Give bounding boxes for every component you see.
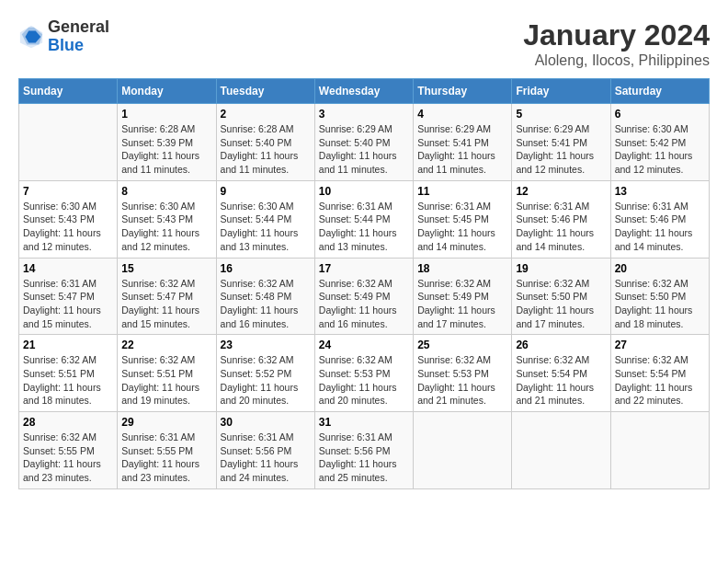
main-title: January 2024	[523, 18, 710, 52]
day-number: 8	[121, 185, 211, 198]
day-info: Sunrise: 6:32 AMSunset: 5:55 PMDaylight:…	[23, 431, 113, 485]
calendar-cell: 29Sunrise: 6:31 AMSunset: 5:55 PMDayligh…	[118, 412, 216, 489]
logo-line1: General	[48, 18, 109, 37]
day-number: 20	[615, 262, 705, 275]
calendar-cell: 19Sunrise: 6:32 AMSunset: 5:50 PMDayligh…	[512, 258, 610, 335]
calendar-cell: 23Sunrise: 6:32 AMSunset: 5:52 PMDayligh…	[216, 335, 314, 412]
calendar-cell: 20Sunrise: 6:32 AMSunset: 5:50 PMDayligh…	[610, 258, 709, 335]
subtitle: Aloleng, Ilocos, Philippines	[523, 52, 710, 69]
header-tuesday: Tuesday	[216, 79, 314, 104]
day-number: 1	[121, 108, 211, 121]
calendar-cell: 26Sunrise: 6:32 AMSunset: 5:54 PMDayligh…	[512, 335, 610, 412]
day-info: Sunrise: 6:32 AMSunset: 5:53 PMDaylight:…	[417, 353, 507, 408]
week-row-2: 7Sunrise: 6:30 AMSunset: 5:43 PMDaylight…	[19, 180, 710, 258]
calendar-cell: 28Sunrise: 6:32 AMSunset: 5:55 PMDayligh…	[19, 412, 118, 489]
day-number: 22	[121, 339, 211, 351]
calendar-cell: 30Sunrise: 6:31 AMSunset: 5:56 PMDayligh…	[216, 412, 314, 489]
week-row-3: 14Sunrise: 6:31 AMSunset: 5:47 PMDayligh…	[19, 258, 710, 335]
day-info: Sunrise: 6:31 AMSunset: 5:45 PMDaylight:…	[417, 200, 507, 254]
day-number: 9	[221, 185, 311, 198]
day-info: Sunrise: 6:30 AMSunset: 5:44 PMDaylight:…	[221, 200, 311, 254]
calendar-cell: 17Sunrise: 6:32 AMSunset: 5:49 PMDayligh…	[314, 258, 413, 335]
calendar-cell: 4Sunrise: 6:29 AMSunset: 5:41 PMDaylight…	[414, 104, 512, 181]
day-number: 5	[516, 108, 606, 121]
day-number: 18	[417, 262, 507, 275]
day-number: 28	[23, 416, 113, 429]
day-info: Sunrise: 6:29 AMSunset: 5:41 PMDaylight:…	[516, 122, 606, 177]
calendar-cell: 15Sunrise: 6:32 AMSunset: 5:47 PMDayligh…	[118, 258, 216, 335]
calendar-cell: 6Sunrise: 6:30 AMSunset: 5:42 PMDaylight…	[610, 104, 709, 181]
day-info: Sunrise: 6:30 AMSunset: 5:43 PMDaylight:…	[23, 200, 113, 254]
calendar-cell: 7Sunrise: 6:30 AMSunset: 5:43 PMDaylight…	[19, 180, 118, 258]
day-number: 19	[516, 262, 606, 275]
day-info: Sunrise: 6:30 AMSunset: 5:42 PMDaylight:…	[615, 122, 705, 177]
calendar-header-row: SundayMondayTuesdayWednesdayThursdayFrid…	[19, 79, 710, 104]
day-info: Sunrise: 6:32 AMSunset: 5:54 PMDaylight:…	[615, 353, 705, 408]
day-number: 7	[23, 185, 113, 198]
calendar-cell	[512, 412, 610, 489]
day-info: Sunrise: 6:31 AMSunset: 5:56 PMDaylight:…	[221, 431, 311, 485]
week-row-4: 21Sunrise: 6:32 AMSunset: 5:51 PMDayligh…	[19, 335, 710, 412]
header-saturday: Saturday	[610, 79, 709, 104]
day-info: Sunrise: 6:31 AMSunset: 5:56 PMDaylight:…	[319, 431, 409, 485]
day-number: 2	[221, 108, 311, 121]
day-number: 16	[221, 262, 311, 275]
day-number: 29	[121, 416, 211, 429]
day-number: 21	[23, 339, 113, 351]
week-row-5: 28Sunrise: 6:32 AMSunset: 5:55 PMDayligh…	[19, 412, 710, 489]
day-info: Sunrise: 6:32 AMSunset: 5:51 PMDaylight:…	[121, 353, 211, 408]
logo-icon	[18, 24, 44, 50]
day-number: 25	[417, 339, 507, 351]
day-number: 23	[221, 339, 311, 351]
day-info: Sunrise: 6:29 AMSunset: 5:41 PMDaylight:…	[417, 122, 507, 177]
day-info: Sunrise: 6:31 AMSunset: 5:47 PMDaylight:…	[23, 277, 113, 331]
calendar-cell: 24Sunrise: 6:32 AMSunset: 5:53 PMDayligh…	[314, 335, 413, 412]
day-info: Sunrise: 6:32 AMSunset: 5:54 PMDaylight:…	[516, 353, 606, 408]
day-number: 15	[121, 262, 211, 275]
day-number: 14	[23, 262, 113, 275]
day-info: Sunrise: 6:32 AMSunset: 5:52 PMDaylight:…	[221, 353, 311, 408]
calendar-cell: 21Sunrise: 6:32 AMSunset: 5:51 PMDayligh…	[19, 335, 118, 412]
day-number: 10	[319, 185, 409, 198]
day-number: 17	[319, 262, 409, 275]
calendar-cell: 12Sunrise: 6:31 AMSunset: 5:46 PMDayligh…	[512, 180, 610, 258]
calendar-cell: 25Sunrise: 6:32 AMSunset: 5:53 PMDayligh…	[414, 335, 512, 412]
calendar-cell: 13Sunrise: 6:31 AMSunset: 5:46 PMDayligh…	[610, 180, 709, 258]
day-info: Sunrise: 6:32 AMSunset: 5:49 PMDaylight:…	[319, 277, 409, 331]
calendar-cell: 11Sunrise: 6:31 AMSunset: 5:45 PMDayligh…	[414, 180, 512, 258]
day-number: 6	[615, 108, 705, 121]
header-thursday: Thursday	[414, 79, 512, 104]
logo-text: General Blue	[48, 18, 109, 55]
calendar-cell: 22Sunrise: 6:32 AMSunset: 5:51 PMDayligh…	[118, 335, 216, 412]
logo-line2: Blue	[48, 37, 109, 55]
day-number: 3	[319, 108, 409, 121]
calendar-cell: 16Sunrise: 6:32 AMSunset: 5:48 PMDayligh…	[216, 258, 314, 335]
day-number: 26	[516, 339, 606, 351]
day-info: Sunrise: 6:28 AMSunset: 5:40 PMDaylight:…	[221, 122, 311, 177]
calendar-cell: 1Sunrise: 6:28 AMSunset: 5:39 PMDaylight…	[118, 104, 216, 181]
calendar-cell	[414, 412, 512, 489]
calendar-cell: 27Sunrise: 6:32 AMSunset: 5:54 PMDayligh…	[610, 335, 709, 412]
day-number: 13	[615, 185, 705, 198]
day-info: Sunrise: 6:31 AMSunset: 5:46 PMDaylight:…	[516, 200, 606, 254]
day-number: 27	[615, 339, 705, 351]
day-info: Sunrise: 6:32 AMSunset: 5:49 PMDaylight:…	[417, 277, 507, 331]
day-info: Sunrise: 6:30 AMSunset: 5:43 PMDaylight:…	[121, 200, 211, 254]
calendar-cell: 3Sunrise: 6:29 AMSunset: 5:40 PMDaylight…	[314, 104, 413, 181]
calendar-cell: 18Sunrise: 6:32 AMSunset: 5:49 PMDayligh…	[414, 258, 512, 335]
calendar-cell: 14Sunrise: 6:31 AMSunset: 5:47 PMDayligh…	[19, 258, 118, 335]
day-info: Sunrise: 6:32 AMSunset: 5:50 PMDaylight:…	[516, 277, 606, 331]
calendar-cell: 10Sunrise: 6:31 AMSunset: 5:44 PMDayligh…	[314, 180, 413, 258]
calendar-cell: 8Sunrise: 6:30 AMSunset: 5:43 PMDaylight…	[118, 180, 216, 258]
day-number: 24	[319, 339, 409, 351]
calendar-cell: 2Sunrise: 6:28 AMSunset: 5:40 PMDaylight…	[216, 104, 314, 181]
header-sunday: Sunday	[19, 79, 118, 104]
day-info: Sunrise: 6:32 AMSunset: 5:50 PMDaylight:…	[615, 277, 705, 331]
day-number: 4	[417, 108, 507, 121]
calendar-cell	[19, 104, 118, 181]
day-info: Sunrise: 6:32 AMSunset: 5:48 PMDaylight:…	[221, 277, 311, 331]
day-info: Sunrise: 6:32 AMSunset: 5:53 PMDaylight:…	[319, 353, 409, 408]
week-row-1: 1Sunrise: 6:28 AMSunset: 5:39 PMDaylight…	[19, 104, 710, 181]
day-info: Sunrise: 6:31 AMSunset: 5:55 PMDaylight:…	[121, 431, 211, 485]
day-info: Sunrise: 6:32 AMSunset: 5:47 PMDaylight:…	[121, 277, 211, 331]
